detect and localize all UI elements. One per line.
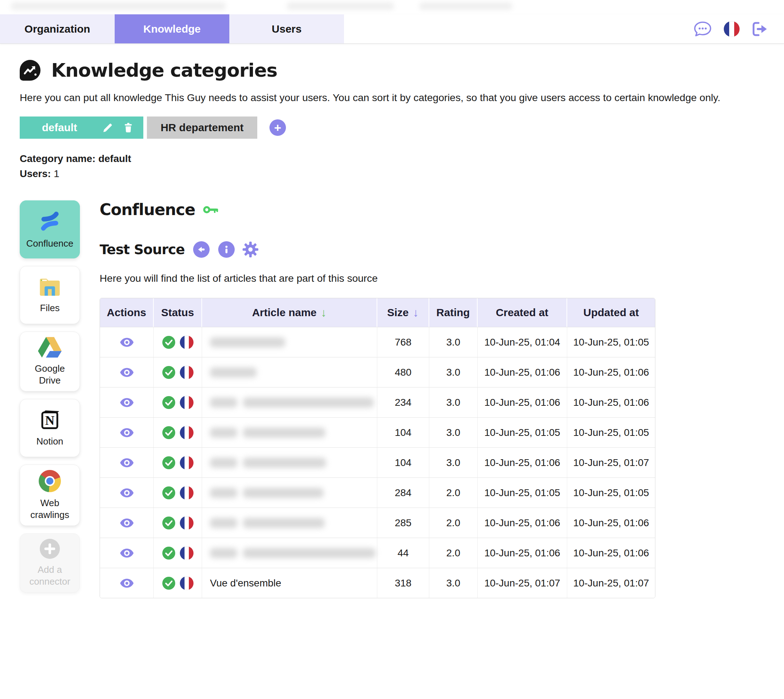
status-ok-icon bbox=[162, 516, 175, 530]
connector-label: Files bbox=[40, 302, 60, 314]
table-body: 768 3.0 10-Jun-25, 01:04 10-Jun-25, 01:0… bbox=[100, 327, 655, 598]
blurred-article-name bbox=[210, 398, 237, 407]
column-header-article-name[interactable]: Article name ↓ bbox=[202, 298, 377, 327]
page-description: Here you can put all knowledge This Guy … bbox=[20, 92, 764, 104]
status-cell bbox=[154, 538, 202, 568]
confluence-icon bbox=[38, 210, 61, 233]
actions-cell bbox=[100, 538, 154, 568]
connector-confluence[interactable]: Confluence bbox=[20, 200, 80, 258]
article-rating: 2.0 bbox=[429, 508, 478, 538]
source-panel: Confluence Test Source bbox=[99, 200, 764, 598]
blurred-text bbox=[11, 2, 226, 10]
actions-cell bbox=[100, 448, 154, 477]
info-button[interactable] bbox=[218, 241, 235, 258]
svg-text:N: N bbox=[45, 413, 55, 427]
view-article-icon[interactable] bbox=[120, 548, 134, 558]
view-article-icon[interactable] bbox=[120, 367, 134, 378]
logout-icon[interactable] bbox=[751, 20, 768, 38]
view-article-icon[interactable] bbox=[120, 457, 134, 468]
language-fr-icon bbox=[180, 336, 194, 349]
back-button[interactable] bbox=[193, 241, 210, 258]
category-chip-label: HR departement bbox=[160, 121, 244, 134]
view-article-icon[interactable] bbox=[120, 427, 134, 438]
status-ok-icon bbox=[162, 336, 175, 349]
tab-knowledge[interactable]: Knowledge bbox=[115, 14, 229, 43]
category-name-value: default bbox=[98, 153, 131, 164]
language-fr-icon bbox=[180, 546, 194, 560]
article-name-cell bbox=[202, 417, 377, 447]
article-rating: 2.0 bbox=[429, 478, 478, 508]
view-article-icon[interactable] bbox=[120, 578, 134, 589]
connector-notion[interactable]: N Notion bbox=[20, 399, 80, 457]
language-fr-icon bbox=[180, 396, 194, 409]
edit-category-icon[interactable] bbox=[103, 122, 113, 133]
view-article-icon[interactable] bbox=[120, 518, 134, 528]
connector-heading: Confluence bbox=[99, 200, 764, 219]
article-rating: 2.0 bbox=[429, 538, 478, 568]
blurred-article-name bbox=[210, 337, 285, 347]
connector-label: Confluence bbox=[26, 238, 73, 250]
article-name-cell bbox=[202, 508, 377, 538]
category-chips: default bbox=[20, 116, 764, 139]
tab-organization[interactable]: Organization bbox=[0, 14, 115, 43]
actions-cell bbox=[100, 388, 154, 417]
google-drive-icon bbox=[38, 337, 62, 358]
status-ok-icon bbox=[162, 576, 175, 590]
category-chip-hr[interactable]: HR departement bbox=[147, 116, 257, 139]
column-header-rating: Rating bbox=[429, 298, 478, 327]
connector-web-crawlings[interactable]: Web crawlings bbox=[20, 465, 80, 526]
connector-sidebar: Confluence Files bbox=[20, 200, 80, 598]
view-article-icon[interactable] bbox=[120, 487, 134, 498]
sort-desc-icon-article[interactable]: ↓ bbox=[321, 306, 327, 320]
column-header-status: Status bbox=[154, 298, 202, 327]
table-row: 480 3.0 10-Jun-25, 01:06 10-Jun-25, 01:0… bbox=[100, 357, 655, 387]
notion-icon: N bbox=[39, 409, 61, 431]
sort-desc-icon-size[interactable]: ↓ bbox=[413, 306, 419, 320]
source-title: Test Source bbox=[99, 242, 185, 257]
column-header-size[interactable]: Size ↓ bbox=[377, 298, 429, 327]
view-article-icon[interactable] bbox=[120, 397, 134, 408]
status-cell bbox=[154, 388, 202, 417]
article-created-at: 10-Jun-25, 01:06 bbox=[478, 538, 567, 568]
users-count-label: Users: bbox=[20, 168, 51, 179]
status-cell bbox=[154, 508, 202, 538]
connector-label: Notion bbox=[36, 436, 63, 447]
chat-icon[interactable] bbox=[693, 20, 712, 38]
table-row: 234 3.0 10-Jun-25, 01:06 10-Jun-25, 01:0… bbox=[100, 387, 655, 417]
blurred-article-name bbox=[210, 427, 237, 438]
tab-users[interactable]: Users bbox=[229, 14, 344, 43]
language-flag-icon[interactable] bbox=[724, 21, 739, 37]
language-fr-icon bbox=[180, 516, 194, 530]
source-description: Here you will find the list of articles … bbox=[99, 272, 764, 284]
page-title: Knowledge categories bbox=[51, 60, 277, 81]
nav-tabs: Organization Knowledge Users bbox=[0, 14, 344, 43]
users-count-value: 1 bbox=[54, 168, 60, 179]
article-created-at: 10-Jun-25, 01:05 bbox=[478, 478, 567, 508]
article-created-at: 10-Jun-25, 01:05 bbox=[478, 417, 567, 447]
category-chip-default[interactable]: default bbox=[20, 116, 143, 139]
article-updated-at: 10-Jun-25, 01:05 bbox=[567, 478, 655, 508]
table-row: 44 2.0 10-Jun-25, 01:06 10-Jun-25, 01:06 bbox=[100, 538, 655, 568]
article-updated-at: 10-Jun-25, 01:07 bbox=[567, 448, 655, 477]
source-heading-row: Test Source bbox=[99, 241, 764, 258]
article-size: 318 bbox=[377, 568, 429, 598]
settings-button[interactable] bbox=[242, 241, 259, 258]
table-row: 284 2.0 10-Jun-25, 01:05 10-Jun-25, 01:0… bbox=[100, 477, 655, 508]
delete-category-icon[interactable] bbox=[123, 122, 133, 133]
actions-cell bbox=[100, 417, 154, 447]
article-updated-at: 10-Jun-25, 01:06 bbox=[567, 508, 655, 538]
blurred-article-name bbox=[210, 458, 237, 468]
back-arrow-icon bbox=[196, 245, 207, 255]
add-category-button[interactable]: + bbox=[270, 119, 286, 136]
article-name-cell bbox=[202, 478, 377, 508]
files-folder-icon bbox=[38, 277, 61, 297]
blurred-text bbox=[419, 2, 513, 10]
connector-files[interactable]: Files bbox=[20, 266, 80, 324]
view-article-icon[interactable] bbox=[120, 337, 134, 348]
connector-google-drive[interactable]: Google Drive bbox=[20, 331, 80, 391]
article-updated-at: 10-Jun-25, 01:06 bbox=[567, 538, 655, 568]
category-name-line: Category name: default bbox=[20, 153, 764, 164]
table-row: 104 3.0 10-Jun-25, 01:06 10-Jun-25, 01:0… bbox=[100, 447, 655, 477]
blurred-text bbox=[287, 2, 394, 10]
table-row: 768 3.0 10-Jun-25, 01:04 10-Jun-25, 01:0… bbox=[100, 327, 655, 357]
